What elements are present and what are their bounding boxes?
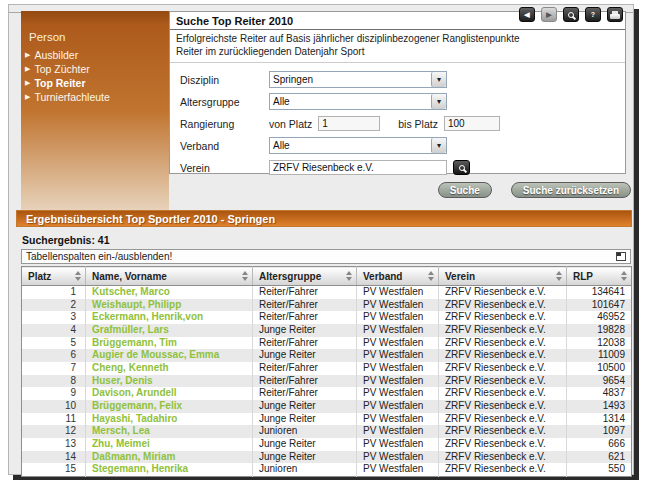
sort-icon[interactable] [242,271,248,281]
cell-verband: PV Westfalen [357,425,439,438]
cell-verein: ZRFV Riesenbeck e.V. [439,451,567,464]
forward-icon[interactable]: ▶ [541,7,557,22]
chevron-down-icon: ▾ [431,94,446,109]
sidebar-item-turnierfachleute[interactable]: ▶ Turnierfachleute [25,91,169,103]
print-icon[interactable] [607,7,623,22]
toggle-columns-icon[interactable] [616,252,626,261]
verband-select[interactable]: Alle ▾ [269,137,447,154]
rider-name-link[interactable]: Brüggemann, Felix [86,400,253,413]
verein-lookup-icon[interactable] [453,160,470,175]
results-table-body: 1Kutscher, MarcoReiter/FahrerPV Westfale… [22,286,632,477]
altersgruppe-select[interactable]: Alle ▾ [269,93,447,110]
cell-rlp: 46952 [567,311,632,324]
von-platz-label: von Platz [269,118,312,130]
rider-name-link[interactable]: Grafmüller, Lars [86,324,253,337]
cell-verband: PV Westfalen [357,463,439,476]
search-icon[interactable] [563,7,579,22]
cell-rlp: 12038 [567,337,632,350]
cell-verein: ZRFV Riesenbeck e.V. [439,286,567,299]
column-header-name[interactable]: Name, Vorname [86,267,253,286]
suche-button[interactable]: Suche [438,182,492,198]
sidebar-item-top-reiter[interactable]: ▶ Top Reiter [25,77,169,89]
suche-zuruecksetzen-button[interactable]: Suche zurücksetzen [511,182,631,198]
rider-name-link[interactable]: Kutscher, Marco [86,286,253,299]
cell-verband: PV Westfalen [357,375,439,388]
column-header-verband[interactable]: Verband [357,267,439,286]
sidebar-item-top-zuechter[interactable]: ▶ Top Züchter [25,63,169,75]
rider-name-link[interactable]: Huser, Denis [86,375,253,388]
back-icon[interactable]: ◀ [519,7,535,22]
triangle-bullet-icon: ▶ [25,78,30,88]
cell-altersgruppe: Reiter/Fahrer [253,299,357,312]
cell-altersgruppe: Reiter/Fahrer [253,337,357,350]
table-row: 11Hayashi, TadahiroJunge ReiterPV Westfa… [22,413,632,426]
cell-verein: ZRFV Riesenbeck e.V. [439,375,567,388]
rider-name-link[interactable]: Brüggemann, Tim [86,337,253,350]
von-platz-input[interactable] [318,116,380,131]
table-row: 15Stegemann, HenrikaJuniorenPV Westfalen… [22,463,632,476]
sort-icon[interactable] [556,271,562,281]
sort-icon[interactable] [621,271,627,281]
rider-name-link[interactable]: Eckermann, Henrik,von [86,311,253,324]
cell-verband: PV Westfalen [357,387,439,400]
cell-altersgruppe: Junioren [253,463,357,476]
toolbar: ◀ ▶ ? [519,7,623,22]
form-actions: Suche Suche zurücksetzen [169,182,631,198]
altersgruppe-value: Alle [270,94,431,109]
cell-verein: ZRFV Riesenbeck e.V. [439,362,567,375]
column-header-verein[interactable]: Verein [439,267,567,286]
rider-name-link[interactable]: Hayashi, Tadahiro [86,413,253,426]
rider-name-link[interactable]: Weishaupt, Philipp [86,299,253,312]
search-form-panel: Suche Top Reiter 2010 Erfolgreichste Rei… [169,11,626,174]
cell-verein: ZRFV Riesenbeck e.V. [439,311,567,324]
help-icon[interactable]: ? [585,7,601,22]
verein-row: Verein [180,159,625,176]
cell-platz: 3 [22,311,86,324]
app-window: ◀ ▶ ? Person ▶ Ausbilder ▶ Top Züchter ▶… [8,4,634,475]
rider-name-link[interactable]: Mersch, Lea [86,425,253,438]
cell-verein: ZRFV Riesenbeck e.V. [439,413,567,426]
results-header-bar: Ergebnisübersicht Top Sportler 2010 - Sp… [16,210,632,227]
cell-altersgruppe: Reiter/Fahrer [253,375,357,388]
column-header-rlp[interactable]: RLP [567,267,632,286]
cell-altersgruppe: Reiter/Fahrer [253,286,357,299]
sort-icon[interactable] [75,271,81,281]
verband-label: Verband [180,140,269,152]
cell-platz: 6 [22,349,86,362]
magnifier-glyph [459,165,465,171]
sort-icon[interactable] [346,271,352,281]
rider-name-link[interactable]: Augier de Moussac, Emma [86,349,253,362]
cell-platz: 7 [22,362,86,375]
cell-verein: ZRFV Riesenbeck e.V. [439,463,567,476]
disziplin-select[interactable]: Springen ▾ [269,71,447,88]
cell-rlp: 621 [567,451,632,464]
verein-input[interactable] [269,160,447,175]
columns-toggle-bar[interactable]: Tabellenspalten ein-/ausblenden! [21,249,631,264]
sort-icon[interactable] [428,271,434,281]
cell-verband: PV Westfalen [357,311,439,324]
cell-platz: 4 [22,324,86,337]
bis-platz-input[interactable] [444,116,500,131]
column-header-platz[interactable]: Platz [22,267,86,286]
cell-verein: ZRFV Riesenbeck e.V. [439,349,567,362]
cell-platz: 9 [22,387,86,400]
cell-rlp: 1314 [567,413,632,426]
sidebar-item-ausbilder[interactable]: ▶ Ausbilder [25,49,169,61]
column-header-altersgruppe[interactable]: Altersgruppe [253,267,357,286]
cell-rlp: 19828 [567,324,632,337]
cell-rlp: 134641 [567,286,632,299]
cell-platz: 14 [22,451,86,464]
rider-name-link[interactable]: Davison, Arundell [86,387,253,400]
rider-name-link[interactable]: Cheng, Kenneth [86,362,253,375]
cell-rlp: 9654 [567,375,632,388]
verband-row: Verband Alle ▾ [180,137,625,154]
rider-name-link[interactable]: Stegemann, Henrika [86,463,253,476]
cell-platz: 15 [22,463,86,476]
rider-name-link[interactable]: Zhu, Meimei [86,438,253,451]
cell-rlp: 4837 [567,387,632,400]
rider-name-link[interactable]: Daßmann, Miriam [86,451,253,464]
cell-verein: ZRFV Riesenbeck e.V. [439,324,567,337]
cell-verein: ZRFV Riesenbeck e.V. [439,425,567,438]
cell-platz: 11 [22,413,86,426]
cell-altersgruppe: Junge Reiter [253,451,357,464]
